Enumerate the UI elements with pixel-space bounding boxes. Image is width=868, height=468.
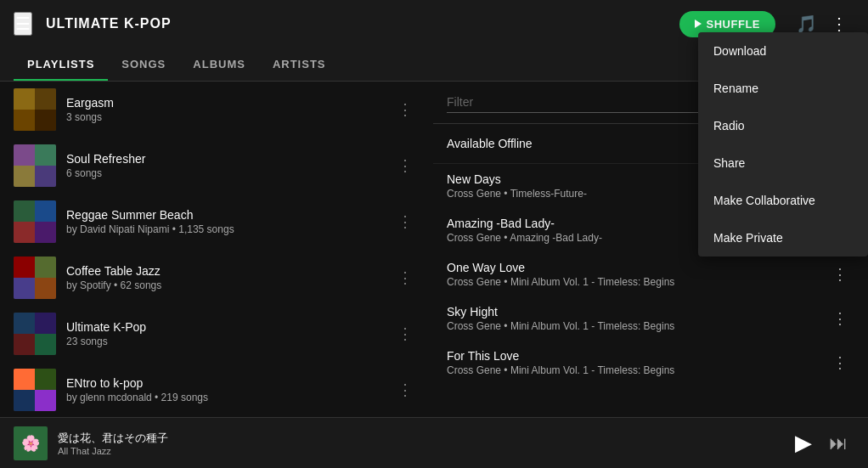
tab-artists[interactable]: ARTISTS [259, 48, 340, 81]
context-menu-make-private[interactable]: Make Private [698, 219, 868, 257]
playlist-name: ENtro to k-pop [66, 376, 391, 390]
list-item[interactable]: One Way Love Cross Gene • Mini Album Vol… [433, 252, 868, 296]
playlist-info: ENtro to k-pop by glenn mcdonald • 219 s… [66, 376, 391, 403]
song-more-button[interactable]: ⋮ [826, 306, 854, 331]
hamburger-menu-button[interactable]: ☰ [14, 12, 32, 36]
context-menu-share[interactable]: Share [698, 144, 868, 182]
playlist-name: Eargasm [66, 96, 391, 110]
playlist-info: Reggae Summer Beach by David Nipati Nipa… [66, 208, 391, 235]
playlist-thumbnail [14, 257, 56, 299]
app-title: ULTIMATE K-POP [46, 16, 679, 31]
shuffle-play-icon [695, 20, 702, 28]
playlist-name: Reggae Summer Beach [66, 208, 391, 222]
now-playing-bar: 🌸 愛は花、君はその種子 All That Jazz ▶ ⏭ [0, 417, 868, 468]
playlist-meta: by Spotify • 62 songs [66, 279, 391, 291]
playlist-more-button[interactable]: ⋮ [391, 209, 420, 234]
context-menu-download[interactable]: Download [698, 32, 868, 70]
list-item[interactable]: Eargasm 3 songs ⋮ [0, 82, 433, 138]
tab-albums[interactable]: ALBUMS [179, 48, 259, 81]
song-more-button[interactable]: ⋮ [826, 350, 854, 375]
context-menu: Download Rename Radio Share Make Collabo… [698, 32, 868, 257]
playlist-meta: by David Nipati Nipami • 1,135 songs [66, 223, 391, 235]
playlist-more-button[interactable]: ⋮ [391, 321, 420, 347]
playlist-thumbnail [14, 369, 56, 411]
song-title: For This Love [447, 349, 826, 363]
song-meta: Cross Gene • Mini Album Vol. 1 - Timeles… [447, 364, 826, 376]
playlist-meta: by glenn mcdonald • 219 songs [66, 392, 391, 403]
playlist-more-button[interactable]: ⋮ [391, 97, 420, 122]
song-title: Sky Hight [447, 305, 826, 319]
song-meta: Cross Gene • Mini Album Vol. 1 - Timeles… [447, 276, 826, 288]
playlist-name: Ultimate K-Pop [66, 320, 391, 334]
song-title: One Way Love [447, 261, 826, 274]
playlist-info: Ultimate K-Pop 23 songs [66, 320, 391, 347]
song-info: One Way Love Cross Gene • Mini Album Vol… [447, 261, 826, 288]
playlist-info: Soul Refresher 6 songs [66, 152, 391, 179]
playlist-more-button[interactable]: ⋮ [391, 153, 420, 178]
tab-songs[interactable]: SONGS [108, 48, 179, 81]
playlist-thumbnail [14, 200, 56, 243]
playlist-thumbnail [14, 144, 56, 187]
list-item[interactable]: ENtro to k-pop by glenn mcdonald • 219 s… [0, 362, 433, 416]
playlist-meta: 6 songs [66, 167, 391, 179]
now-playing-title: 愛は花、君はその種子 [58, 431, 785, 446]
song-meta: Cross Gene • Mini Album Vol. 1 - Timeles… [447, 320, 826, 332]
playlist-info: Eargasm 3 songs [66, 96, 391, 123]
song-info: For This Love Cross Gene • Mini Album Vo… [447, 349, 826, 376]
tab-playlists[interactable]: PLAYLISTS [14, 48, 108, 81]
list-item[interactable]: Ultimate K-Pop 23 songs ⋮ [0, 306, 433, 362]
playlist-meta: 3 songs [66, 111, 391, 123]
playlist-panel: Eargasm 3 songs ⋮ Soul Refresher 6 songs… [0, 82, 433, 416]
now-playing-thumbnail: 🌸 [14, 426, 48, 460]
list-item[interactable]: Soul Refresher 6 songs ⋮ [0, 138, 433, 194]
shuffle-label: SHUFFLE [707, 18, 760, 31]
playlist-more-button[interactable]: ⋮ [391, 377, 420, 403]
list-item[interactable]: For This Love Cross Gene • Mini Album Vo… [433, 341, 868, 385]
context-menu-rename[interactable]: Rename [698, 70, 868, 107]
play-pause-button[interactable]: ▶ [785, 430, 822, 456]
playlist-name: Coffee Table Jazz [66, 264, 391, 278]
list-item[interactable]: Coffee Table Jazz by Spotify • 62 songs … [0, 250, 433, 306]
playlist-info: Coffee Table Jazz by Spotify • 62 songs [66, 264, 391, 291]
playlist-more-button[interactable]: ⋮ [391, 265, 420, 290]
now-playing-subtitle: All That Jazz [58, 446, 785, 456]
playlist-thumbnail [14, 88, 56, 131]
context-menu-make-collaborative[interactable]: Make Collaborative [698, 182, 868, 219]
context-menu-radio[interactable]: Radio [698, 107, 868, 144]
song-more-button[interactable]: ⋮ [826, 262, 854, 287]
playlist-thumbnail [14, 313, 56, 355]
list-item[interactable]: Sky Hight Cross Gene • Mini Album Vol. 1… [433, 296, 868, 341]
list-item[interactable]: Reggae Summer Beach by David Nipati Nipa… [0, 194, 433, 250]
song-info: Sky Hight Cross Gene • Mini Album Vol. 1… [447, 305, 826, 332]
skip-next-button[interactable]: ⏭ [822, 432, 854, 454]
playlist-name: Soul Refresher [66, 152, 391, 166]
now-playing-info: 愛は花、君はその種子 All That Jazz [58, 431, 785, 456]
playlist-meta: 23 songs [66, 335, 391, 347]
